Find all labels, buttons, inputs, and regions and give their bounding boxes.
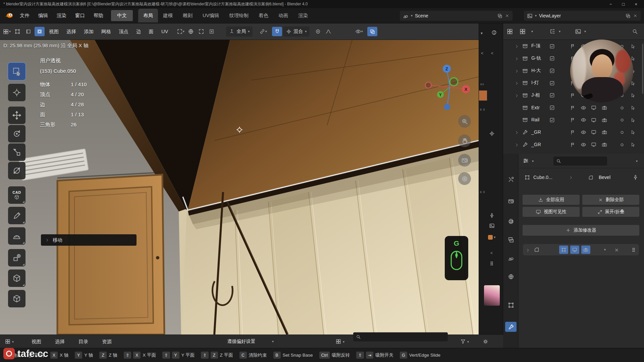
viewport-menu-mesh[interactable]: 网格 <box>98 27 114 37</box>
viewport-menu-select[interactable]: 选择 <box>63 27 79 37</box>
exclude-flag-icon[interactable] <box>570 141 575 147</box>
overlays-dropdown[interactable]: ▾ <box>354 27 364 36</box>
apply-all-button[interactable]: 全部应用 <box>523 195 580 205</box>
selectability-icon[interactable] <box>631 129 635 135</box>
item-name[interactable]: _GR <box>531 129 541 135</box>
viewport-disable-icon[interactable] <box>591 105 596 110</box>
tab-modifiers[interactable] <box>505 322 517 332</box>
item-name[interactable]: I-灯 <box>531 80 539 86</box>
item-name[interactable]: F-顶 <box>531 43 540 49</box>
globe-icon[interactable] <box>186 27 196 36</box>
outliner-row[interactable]: _GR <box>503 138 644 151</box>
extrude-tool[interactable] <box>8 249 25 266</box>
chevron-down-icon[interactable]: ▾ <box>531 30 533 33</box>
checkbox[interactable] <box>549 105 555 110</box>
render-disable-icon[interactable] <box>602 141 607 147</box>
filter-funnel-icon[interactable]: ▾ <box>460 339 469 345</box>
item-name[interactable]: H-大 <box>531 68 541 74</box>
outliner-editor2-icon[interactable] <box>519 28 526 35</box>
perspective-toggle-button[interactable] <box>458 172 471 185</box>
checkbox[interactable] <box>549 55 555 61</box>
render-disable-icon[interactable] <box>602 129 607 135</box>
checkbox[interactable] <box>549 68 555 73</box>
expand-icon[interactable] <box>515 129 519 135</box>
expand-icon[interactable] <box>515 80 519 85</box>
breadcrumb-modifier[interactable]: Bevel <box>599 175 610 180</box>
checkbox[interactable] <box>549 117 555 123</box>
viewport-disable-icon[interactable] <box>591 117 596 123</box>
search-icon[interactable] <box>632 28 638 35</box>
remove-modifier-icon[interactable] <box>614 247 619 253</box>
expand-icon[interactable] <box>526 247 530 252</box>
operator-panel-move[interactable]: 移动 <box>41 234 137 246</box>
tab-shading[interactable]: 着色 <box>254 9 273 22</box>
proportional-editing-button[interactable] <box>313 27 323 36</box>
selectability-icon[interactable] <box>631 117 635 122</box>
gizmo-neg-x-axis[interactable] <box>425 82 431 88</box>
chevron-down-icon[interactable]: ▾ <box>559 30 560 33</box>
viewport-menu-add[interactable]: 添加 <box>80 27 97 37</box>
zoom-button[interactable] <box>458 115 471 128</box>
expand-icon[interactable] <box>515 43 519 49</box>
snap-frame2-icon[interactable] <box>207 27 216 36</box>
viewport-menu-edge[interactable]: 边 <box>133 27 145 37</box>
expand-icon[interactable] <box>515 56 519 61</box>
pivot-point-dropdown[interactable]: ▾ <box>258 27 268 36</box>
outliner-row[interactable]: Extr <box>503 101 644 114</box>
tab-texture-paint[interactable]: 纹理绘制 <box>224 9 254 22</box>
snap-toggle-button[interactable] <box>272 27 282 36</box>
chevron-down-icon[interactable]: ▾ <box>604 248 606 251</box>
pan-hand-button[interactable] <box>458 134 471 147</box>
filter-image-icon[interactable] <box>575 28 581 35</box>
editor-type-selector[interactable]: ▾ <box>5 338 14 344</box>
outliner-scrollbar[interactable] <box>642 44 643 94</box>
cad-tool[interactable]: CAD <box>8 186 25 204</box>
editor-type-selector[interactable]: ▾ <box>2 27 11 36</box>
edge-select-mode-button[interactable] <box>23 27 34 36</box>
cursor-tool[interactable] <box>8 84 25 101</box>
exclude-flag-icon[interactable] <box>570 129 575 135</box>
close-scene-icon[interactable] <box>505 13 509 18</box>
scene-selector[interactable]: ▾ Scene <box>400 11 513 21</box>
menu-edit[interactable]: 编辑 <box>34 10 52 21</box>
hide-eye-icon[interactable] <box>581 105 586 111</box>
gizmo-neg-z-axis[interactable] <box>444 104 450 110</box>
vertex-select-mode-button[interactable] <box>12 27 22 36</box>
material-swatch-icon[interactable]: ▾ <box>488 235 495 240</box>
expand-left-icon[interactable]: < <box>481 51 483 56</box>
checkbox[interactable] <box>549 92 555 98</box>
tab-tool[interactable] <box>505 174 517 184</box>
delete-all-button[interactable]: 删除全部 <box>582 195 639 205</box>
image-icon[interactable] <box>489 223 495 229</box>
exclude-flag-icon[interactable] <box>570 117 575 123</box>
falloff-dropdown[interactable] <box>324 27 333 36</box>
tab-uv-editing[interactable]: UV编辑 <box>198 9 224 22</box>
expand-icon[interactable] <box>515 142 519 147</box>
exclude-flag-icon[interactable] <box>570 93 575 98</box>
properties-search-input[interactable] <box>553 157 607 166</box>
xray-toggle-button[interactable] <box>367 27 377 36</box>
grip-icon[interactable] <box>489 261 494 266</box>
view-visibility-button[interactable]: 视图可见性 <box>523 207 580 217</box>
expand-icon[interactable] <box>515 93 519 98</box>
asset-menu-asset[interactable]: 资源 <box>102 338 112 345</box>
item-name[interactable]: J-相 <box>531 92 540 98</box>
close-layer-icon[interactable] <box>633 13 638 18</box>
expand-left3-icon[interactable]: < <box>490 251 493 255</box>
outliner-row[interactable]: _GR <box>503 126 644 138</box>
selectability-icon[interactable] <box>631 105 635 110</box>
annotate-tool[interactable] <box>8 207 25 224</box>
display-mode-icon[interactable] <box>549 28 556 35</box>
modifier-header-strip[interactable]: ▾ <box>523 244 639 256</box>
asset-menu-view[interactable]: 视图 <box>32 338 41 345</box>
checkbox[interactable] <box>549 43 555 49</box>
outliner-editor-icon[interactable] <box>506 28 513 35</box>
item-name[interactable]: Extr <box>531 105 540 110</box>
render-disable-icon[interactable] <box>602 117 607 123</box>
rotate-tool[interactable] <box>8 125 25 142</box>
snap-target-icon[interactable] <box>489 131 495 136</box>
menu-file[interactable]: 文件 <box>15 10 34 21</box>
asset-search-input[interactable] <box>353 333 448 342</box>
add-modifier-button[interactable]: 添加修改器 <box>523 225 639 236</box>
holdout-icon[interactable] <box>620 117 625 123</box>
